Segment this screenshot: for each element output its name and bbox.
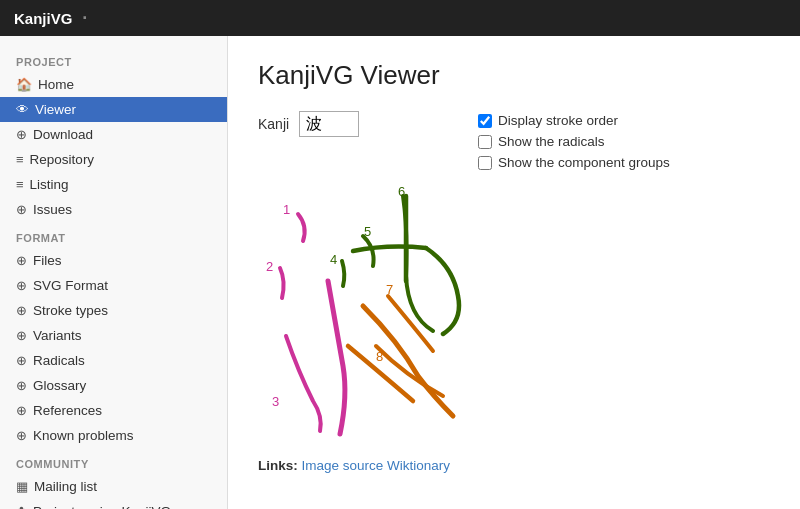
stroke-number-2: 2 — [266, 259, 273, 274]
listing-icon: ≡ — [16, 177, 24, 192]
variants-icon: ⊕ — [16, 328, 27, 343]
issues-icon: ⊕ — [16, 202, 27, 217]
display-stroke-order-checkbox[interactable] — [478, 114, 492, 128]
sidebar-item-files[interactable]: ⊕ Files — [0, 248, 227, 273]
links-label: Links: — [258, 458, 298, 473]
kanji-label: Kanji — [258, 116, 289, 132]
show-component-groups-label: Show the component groups — [498, 155, 670, 170]
sidebar-item-listing[interactable]: ≡ Listing — [0, 172, 227, 197]
format-section-label: FORMAT — [0, 222, 227, 248]
sidebar-item-download[interactable]: ⊕ Download — [0, 122, 227, 147]
topbar-dot: · — [82, 8, 87, 29]
image-source-link[interactable]: Image source — [302, 458, 384, 473]
app-title: KanjiVG — [14, 10, 72, 27]
option-row-component-groups: Show the component groups — [478, 155, 670, 170]
project-section-label: PROJECT — [0, 46, 227, 72]
sidebar-item-radicals[interactable]: ⊕ Radicals — [0, 348, 227, 373]
sidebar-item-glossary[interactable]: ⊕ Glossary — [0, 373, 227, 398]
stroke-number-1: 1 — [283, 202, 290, 217]
known-problems-icon: ⊕ — [16, 428, 27, 443]
sidebar-item-known-problems[interactable]: ⊕ Known problems — [0, 423, 227, 448]
sidebar: PROJECT 🏠 Home 👁 Viewer ⊕ Download ≡ Rep… — [0, 36, 228, 509]
sidebar-item-viewer[interactable]: 👁 Viewer — [0, 97, 227, 122]
option-row-stroke-order: Display stroke order — [478, 113, 670, 128]
stroke-number-5: 5 — [364, 224, 371, 239]
radicals-icon: ⊕ — [16, 353, 27, 368]
projects-icon: ✿ — [16, 504, 27, 509]
stroke-number-8: 8 — [376, 349, 383, 364]
kanji-input-section: Kanji — [258, 111, 418, 157]
files-icon: ⊕ — [16, 253, 27, 268]
stroke-3-group: 3 — [272, 336, 321, 431]
page-title: KanjiVG Viewer — [258, 60, 770, 91]
kanji-svg: 1 2 3 4 — [258, 186, 488, 441]
sidebar-item-stroke-types[interactable]: ⊕ Stroke types — [0, 298, 227, 323]
main-content: KanjiVG Viewer Kanji Display stroke orde… — [228, 36, 800, 509]
mailing-list-icon: ▦ — [16, 479, 28, 494]
option-row-radicals: Show the radicals — [478, 134, 670, 149]
sidebar-item-repository[interactable]: ≡ Repository — [0, 147, 227, 172]
stroke-2-group: 2 — [266, 259, 284, 298]
show-component-groups-checkbox[interactable] — [478, 156, 492, 170]
sidebar-item-references[interactable]: ⊕ References — [0, 398, 227, 423]
links-row: Links: Image source Wiktionary — [258, 458, 770, 473]
kanji-body — [328, 196, 459, 434]
show-radicals-label: Show the radicals — [498, 134, 605, 149]
options-section: Display stroke order Show the radicals S… — [478, 113, 670, 176]
svg-format-icon: ⊕ — [16, 278, 27, 293]
kanji-viewer: 1 2 3 4 — [258, 186, 770, 444]
stroke-number-7: 7 — [386, 282, 393, 297]
home-icon: 🏠 — [16, 77, 32, 92]
stroke-1-group: 1 — [283, 202, 305, 241]
references-icon: ⊕ — [16, 403, 27, 418]
stroke-6-group: 6 — [398, 186, 433, 331]
stroke-5-group: 5 — [363, 224, 374, 266]
display-stroke-order-label: Display stroke order — [498, 113, 618, 128]
community-section-label: COMMUNITY — [0, 448, 227, 474]
show-radicals-checkbox[interactable] — [478, 135, 492, 149]
topbar: KanjiVG · — [0, 0, 800, 36]
stroke-types-icon: ⊕ — [16, 303, 27, 318]
sidebar-item-variants[interactable]: ⊕ Variants — [0, 323, 227, 348]
stroke-8-group: 8 — [376, 346, 443, 396]
wiktionary-link[interactable]: Wiktionary — [387, 458, 450, 473]
stroke-number-3: 3 — [272, 394, 279, 409]
kanji-input[interactable] — [299, 111, 359, 137]
sidebar-item-projects[interactable]: ✿ Projects using KanjiVG — [0, 499, 227, 509]
viewer-icon: 👁 — [16, 102, 29, 117]
stroke-4-group: 4 — [330, 252, 344, 286]
sidebar-item-svg-format[interactable]: ⊕ SVG Format — [0, 273, 227, 298]
sidebar-item-issues[interactable]: ⊕ Issues — [0, 197, 227, 222]
download-icon: ⊕ — [16, 127, 27, 142]
sidebar-item-home[interactable]: 🏠 Home — [0, 72, 227, 97]
kanji-row: Kanji — [258, 111, 418, 137]
sidebar-item-mailing-list[interactable]: ▦ Mailing list — [0, 474, 227, 499]
repository-icon: ≡ — [16, 152, 24, 167]
glossary-icon: ⊕ — [16, 378, 27, 393]
stroke-number-4: 4 — [330, 252, 337, 267]
